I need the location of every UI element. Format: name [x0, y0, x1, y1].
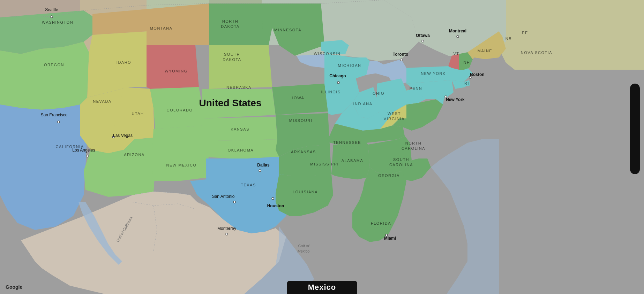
new-york-dot	[445, 96, 447, 98]
san-francisco-dot	[58, 121, 60, 123]
toronto-dot	[400, 59, 402, 61]
chicago-dot	[337, 82, 339, 84]
map-container: WASHINGTON OREGON CALIFORNIA NEVADA IDAH…	[0, 0, 644, 294]
boston-dot	[469, 76, 471, 78]
monterrey-dot	[226, 233, 228, 235]
united-states-label: United States	[199, 98, 262, 108]
mexico-bar-label: Mexico	[287, 281, 357, 294]
svg-rect-1	[499, 70, 644, 294]
san-antonio-dot	[233, 201, 235, 203]
scrollbar-pill[interactable]	[630, 84, 640, 174]
ottawa-dot	[422, 40, 424, 42]
las-vegas-dot	[112, 136, 114, 138]
gulf-of-mexico-label2: Mexico	[298, 249, 310, 253]
map-svg: WASHINGTON OREGON CALIFORNIA NEVADA IDAH…	[0, 0, 644, 294]
los-angeles-dot	[86, 155, 88, 157]
montreal-dot	[457, 36, 459, 38]
dallas-dot	[259, 170, 261, 172]
houston-dot	[272, 198, 274, 200]
miami-dot	[385, 234, 388, 236]
google-credit: Google	[6, 284, 22, 290]
gulf-of-mexico-label: Gulf of	[298, 244, 309, 248]
